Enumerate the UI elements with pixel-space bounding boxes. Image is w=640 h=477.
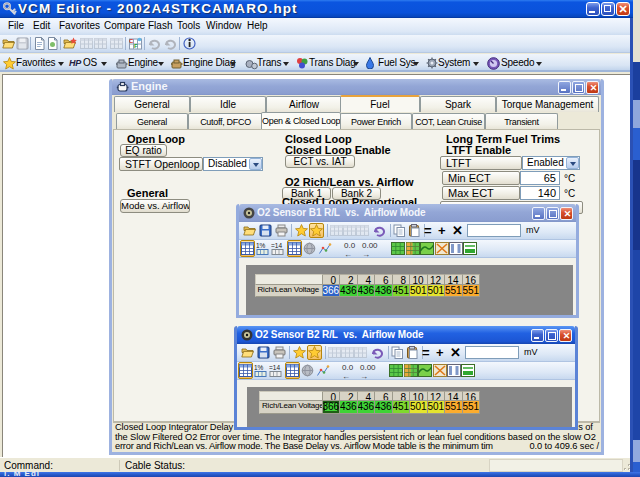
svg-text:=14: =14 [271,242,282,249]
svg-text:1%: 1% [254,364,264,371]
svg-text:1%: 1% [256,242,266,249]
svg-text:F: F [134,43,138,49]
svg-text:=14: =14 [269,364,280,371]
